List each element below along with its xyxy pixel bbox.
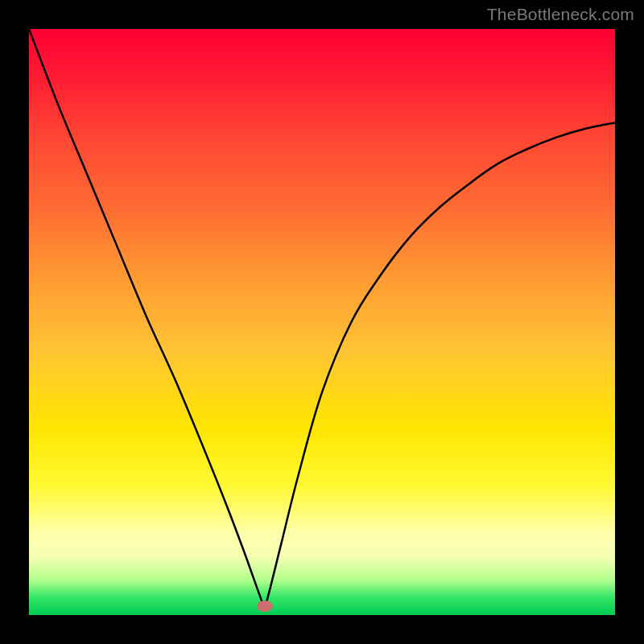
watermark-text: TheBottleneck.com — [487, 5, 634, 24]
min-marker — [257, 601, 273, 612]
bottleneck-curve — [29, 29, 615, 615]
plot-area — [29, 29, 615, 615]
chart-stage: TheBottleneck.com — [0, 0, 644, 644]
curve-path — [29, 29, 615, 607]
